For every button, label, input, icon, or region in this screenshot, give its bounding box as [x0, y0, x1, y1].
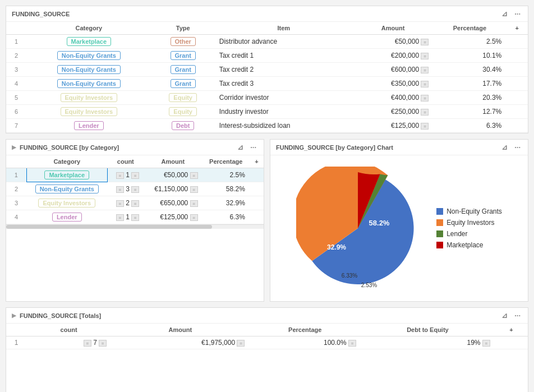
count-cell: = 2 =	[107, 196, 144, 210]
more-icon[interactable]: ···	[513, 10, 522, 18]
row-num: 2	[6, 182, 26, 196]
filter-icon[interactable]: ⊿	[500, 10, 509, 18]
row-num: 7	[6, 119, 26, 133]
add-cell[interactable]	[506, 35, 528, 49]
chart-panel: FUNDING_SOURCE [by Category] Chart ⊿ ···	[270, 139, 528, 302]
totals-more-icon[interactable]: ···	[513, 311, 522, 320]
dte-cell: 19% =	[361, 336, 495, 349]
chart-legend: Non-Equity Grants Equity Investors Lende…	[436, 207, 502, 249]
type-badge: Equity	[169, 93, 197, 102]
add-cell[interactable]	[506, 105, 528, 119]
eq-icon[interactable]: =	[421, 39, 429, 45]
totals-table: count Amount Percentage Debt to Equity +…	[6, 324, 528, 349]
eq-icon[interactable]: =	[421, 53, 429, 59]
category-badge: Marketplace	[44, 170, 89, 179]
type-cell[interactable]: Equity	[151, 105, 215, 119]
eq-icon[interactable]: =	[190, 172, 198, 179]
eq-icon[interactable]: =	[421, 67, 429, 73]
tot-col-add[interactable]: +	[495, 324, 528, 336]
col-amount: Amount	[353, 22, 434, 35]
eq-icon[interactable]: =	[237, 340, 245, 347]
item-cell: Corridor investor	[215, 91, 353, 105]
eq-icon[interactable]: =	[116, 214, 124, 221]
eq-icon[interactable]: =	[482, 340, 490, 347]
by-category-panel: ▶ FUNDING_SOURCE [by Category] ⊿ ··· Cat…	[6, 139, 264, 302]
add-cell[interactable]	[506, 63, 528, 77]
eq-icon[interactable]: =	[131, 172, 139, 179]
totals-collapse-icon[interactable]: ▶	[12, 312, 16, 319]
type-cell[interactable]: Grant	[151, 63, 215, 77]
type-badge: Grant	[171, 79, 196, 88]
eq-icon[interactable]: =	[190, 186, 198, 193]
bottom-row: ▶ FUNDING_SOURCE [by Category] ⊿ ··· Cat…	[6, 139, 528, 302]
category-cell[interactable]: Non-Equity Grants	[26, 182, 107, 196]
type-cell[interactable]: Equity	[151, 91, 215, 105]
row-num: 1	[6, 168, 26, 182]
legend-color-non-equity	[436, 208, 443, 215]
eq-icon[interactable]: =	[131, 200, 139, 207]
legend-color-lender	[436, 230, 443, 237]
eq-icon[interactable]: =	[116, 200, 124, 207]
add-cell[interactable]	[250, 196, 264, 210]
chart-filter-icon[interactable]: ⊿	[500, 143, 509, 151]
category-cell[interactable]: Equity Investors	[26, 105, 151, 119]
count-cell: = 7 =	[26, 336, 111, 349]
type-cell[interactable]: Debt	[151, 119, 215, 133]
category-cell[interactable]: Equity Investors	[26, 91, 151, 105]
eq-icon[interactable]: =	[99, 340, 107, 347]
type-cell[interactable]: Grant	[151, 77, 215, 91]
add-cell[interactable]	[495, 336, 528, 349]
pct-cell: 10.1%	[433, 49, 506, 63]
category-cell[interactable]: Lender	[26, 119, 151, 133]
by-cat-more-icon[interactable]: ···	[248, 143, 258, 151]
col-category: Category	[26, 22, 151, 35]
eq-icon[interactable]: =	[131, 214, 139, 221]
category-cell[interactable]: Non-Equity Grants	[26, 49, 151, 63]
category-cell[interactable]: Lender	[26, 210, 107, 224]
item-cell: Tax credit 1	[215, 49, 353, 63]
eq-icon[interactable]: =	[116, 186, 124, 193]
eq-icon[interactable]: =	[421, 81, 429, 87]
eq-icon[interactable]: =	[421, 109, 429, 116]
eq-icon[interactable]: =	[190, 214, 198, 221]
pct-cell: 20.3%	[433, 91, 506, 105]
category-cell[interactable]: Marketplace	[26, 168, 107, 182]
category-cell[interactable]: Non-Equity Grants	[26, 77, 151, 91]
eq-icon[interactable]: =	[348, 340, 356, 347]
table-row: 4 Non-Equity Grants Grant Tax credit 3 €…	[6, 77, 528, 91]
by-cat-scrollbar[interactable]	[6, 224, 264, 229]
category-badge: Equity Investors	[61, 107, 118, 116]
eq-icon[interactable]: =	[116, 172, 124, 179]
legend-color-marketplace	[436, 242, 443, 248]
bcat-col-add[interactable]: +	[250, 155, 264, 168]
chart-more-icon[interactable]: ···	[513, 143, 522, 151]
add-cell[interactable]	[506, 91, 528, 105]
by-cat-filter-icon[interactable]: ⊿	[236, 143, 245, 151]
eq-icon[interactable]: =	[190, 200, 198, 207]
add-cell[interactable]	[250, 182, 264, 196]
category-badge: Equity Investors	[38, 199, 95, 207]
pct-cell: 2.5%	[433, 35, 506, 49]
pct-cell: 6.3%	[202, 210, 250, 224]
type-cell[interactable]: Grant	[151, 49, 215, 63]
totals-filter-icon[interactable]: ⊿	[500, 311, 509, 320]
add-cell[interactable]	[250, 168, 264, 182]
eq-icon[interactable]: =	[131, 186, 139, 193]
row-num: 4	[6, 210, 26, 224]
add-cell[interactable]	[506, 119, 528, 133]
eq-icon[interactable]: =	[421, 95, 429, 102]
col-type: Type	[151, 22, 215, 35]
tot-col-dte: Debt to Equity	[361, 324, 495, 336]
row-num: 3	[6, 196, 26, 210]
add-cell[interactable]	[250, 210, 264, 224]
category-cell[interactable]: Non-Equity Grants	[26, 63, 151, 77]
add-cell[interactable]	[506, 49, 528, 63]
eq-icon[interactable]: =	[84, 340, 91, 347]
eq-icon[interactable]: =	[421, 123, 429, 130]
category-cell[interactable]: Marketplace	[26, 35, 151, 49]
type-cell[interactable]: Other	[151, 35, 215, 49]
add-cell[interactable]	[506, 77, 528, 91]
col-add[interactable]: +	[506, 22, 528, 35]
category-cell[interactable]: Equity Investors	[26, 196, 107, 210]
collapse-icon[interactable]: ▶	[12, 144, 16, 150]
